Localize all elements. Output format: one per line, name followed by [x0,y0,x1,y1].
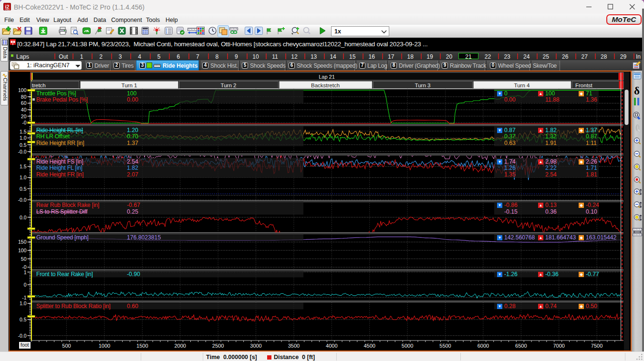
svg-text:δ: δ [634,85,640,97]
